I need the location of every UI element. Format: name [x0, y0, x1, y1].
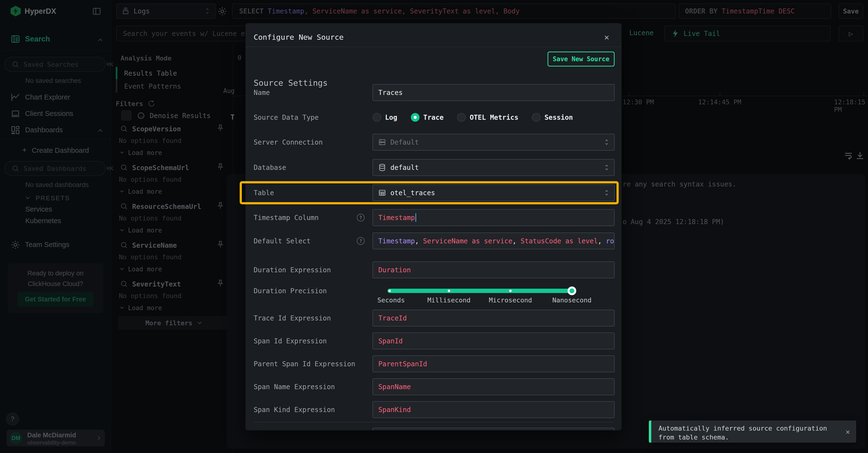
duration-precision-label: Duration Precision: [254, 287, 327, 295]
radio-otel-metrics-label[interactable]: OTEL Metrics: [470, 114, 518, 122]
database-icon: [378, 164, 386, 171]
span-name-expression-label: Span Name Expression: [254, 383, 335, 391]
text-cursor: [415, 213, 416, 222]
toast-message: Automatically inferred source configurat…: [651, 420, 839, 443]
radio-trace-label[interactable]: Trace: [424, 114, 444, 122]
default-select-input[interactable]: Timestamp, ServiceName as service, Statu…: [373, 232, 615, 249]
modal-title: Configure New Source: [254, 33, 344, 41]
span-kind-expression-label: Span Kind Expression: [254, 406, 335, 414]
name-input-wrap[interactable]: [373, 84, 615, 101]
server-connection-select[interactable]: Default: [373, 134, 615, 151]
radio-log-label[interactable]: Log: [385, 114, 397, 122]
slider-mark[interactable]: [448, 290, 450, 292]
name-label: Name: [254, 89, 270, 97]
name-input[interactable]: [378, 89, 609, 97]
server-icon: [378, 138, 386, 146]
table-icon: [378, 189, 386, 197]
timestamp-column-label: Timestamp Column: [254, 214, 319, 222]
toast-notification: Automatically inferred source configurat…: [649, 420, 856, 443]
default-select-label: Default Select: [254, 237, 311, 245]
span-name-expression-input[interactable]: SpanName: [373, 378, 615, 395]
source-data-type-label: Source Data Type: [254, 114, 319, 122]
trace-id-expression-input[interactable]: TraceId: [373, 310, 615, 326]
toast-close-icon[interactable]: ✕: [839, 420, 856, 443]
slider-mark[interactable]: [389, 290, 391, 292]
radio-session[interactable]: [532, 113, 540, 122]
selector-icon: [603, 138, 610, 146]
duration-expression-label: Duration Expression: [254, 266, 331, 274]
span-id-expression-input[interactable]: SpanId: [373, 332, 615, 349]
parent-span-id-expression-input[interactable]: ParentSpanId: [373, 355, 615, 372]
span-kind-expression-input[interactable]: SpanKind: [373, 401, 615, 418]
section-title: Source Settings: [254, 78, 328, 88]
slider-mark[interactable]: [509, 290, 512, 292]
save-new-source-button[interactable]: Save New Source: [548, 52, 615, 66]
radio-trace[interactable]: [411, 113, 420, 122]
partial-input-cut: [373, 428, 615, 430]
database-select[interactable]: default: [373, 159, 615, 176]
duration-precision-slider[interactable]: [388, 289, 572, 293]
selector-icon: [603, 189, 610, 197]
radio-otel-metrics[interactable]: [457, 113, 466, 122]
span-id-expression-label: Span Id Expression: [254, 337, 327, 345]
radio-session-label[interactable]: Session: [545, 114, 573, 122]
modal-bottom-divider: [254, 422, 613, 422]
toast-accent-bar: [649, 420, 651, 443]
selector-icon: [603, 164, 610, 171]
parent-span-id-expression-label: Parent Span Id Expression: [254, 360, 355, 368]
slider-mark-labels: Seconds Millisecond Microsecond Nanoseco…: [245, 296, 622, 306]
source-data-type-radios: Log Trace OTEL Metrics Session: [373, 113, 586, 122]
close-icon[interactable]: ✕: [604, 32, 609, 42]
duration-expression-input[interactable]: Duration: [373, 261, 615, 278]
help-circle-icon: ?: [357, 214, 365, 221]
radio-log[interactable]: [373, 113, 381, 122]
trace-id-expression-label: Trace Id Expression: [254, 314, 331, 322]
slider-thumb[interactable]: [567, 287, 576, 295]
table-select[interactable]: otel_traces: [373, 184, 615, 201]
database-label: Database: [254, 164, 286, 171]
server-connection-label: Server Connection: [254, 138, 323, 146]
timestamp-column-input[interactable]: Timestamp: [373, 209, 615, 226]
configure-source-modal: Configure New Source ✕ Source Settings S…: [245, 23, 622, 430]
table-label: Table: [254, 189, 274, 197]
modal-header-divider: [245, 46, 622, 47]
help-circle-icon: ?: [357, 237, 365, 245]
